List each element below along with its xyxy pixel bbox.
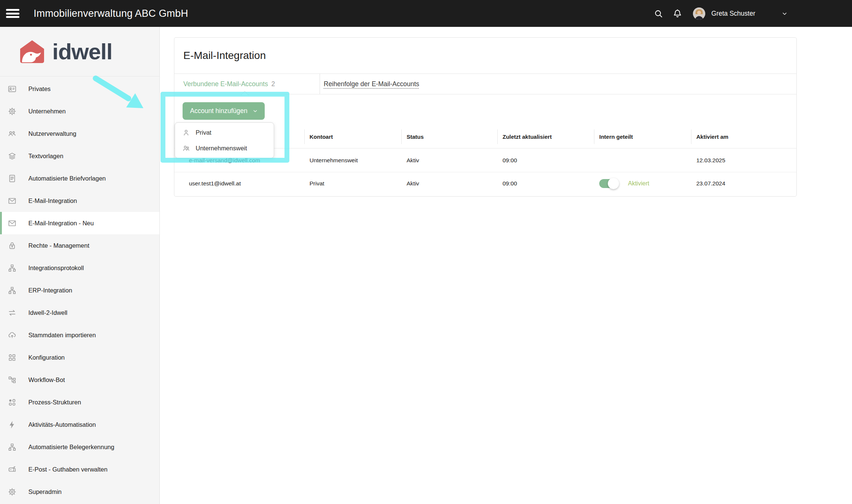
layers-icon — [7, 151, 17, 161]
sitemap-icon — [7, 286, 17, 295]
sidebar-item-textvorlagen[interactable]: Textvorlagen — [0, 145, 159, 167]
chevron-down-icon — [252, 108, 258, 114]
logo: idwell — [0, 27, 159, 76]
people-icon — [182, 144, 190, 153]
sidebar-nav: Privates Unternehmen Nutzerverwaltung Te… — [0, 76, 159, 503]
logo-wordmark: idwell — [52, 39, 112, 65]
app-window: Immobilienverwaltung ABC GmbH Greta Schu… — [0, 0, 852, 504]
user-name[interactable]: Greta Schuster — [711, 10, 755, 18]
cloud-upload-icon — [7, 331, 17, 340]
cell-kontoart: Privat — [304, 180, 401, 187]
tab-reihenfolge-email-accounts[interactable]: Reihenfolge der E-Mail-Accounts — [320, 74, 419, 94]
sidebar-item-aktivitaets-automatisation[interactable]: Aktivitäts-Automatisation — [0, 413, 159, 436]
sitemap-icon — [7, 442, 17, 452]
cell-aktiviert-am: 12.03.2025 — [691, 157, 796, 164]
notifications-bell-icon[interactable] — [672, 9, 682, 19]
toggle-knob — [608, 178, 619, 189]
email-integration-panel: E-Mail-Integration Verbundene E-Mail-Acc… — [174, 37, 797, 197]
swap-arrows-icon — [7, 308, 17, 317]
sidebar: idwell Privates Unternehmen Nutzerverwal… — [0, 27, 160, 504]
mailbox-icon — [7, 465, 17, 474]
cell-zuletzt-aktualisiert: 09:00 — [497, 157, 594, 164]
sidebar-item-privates[interactable]: Privates — [0, 78, 159, 100]
sidebar-item-konfiguration[interactable]: Konfiguration — [0, 346, 159, 369]
menu-item-unternehmensweit[interactable]: Unternehmensweit — [175, 140, 274, 156]
gear-icon — [7, 487, 17, 497]
user-menu-chevron-down-icon[interactable] — [781, 10, 788, 17]
lock-icon — [7, 241, 17, 250]
cell-kontoart: Unternehmensweit — [304, 157, 401, 164]
tab-count-badge: 2 — [271, 80, 275, 88]
person-icon — [182, 128, 190, 137]
cell-email: user.test1@idwell.at — [174, 180, 304, 187]
id-card-icon — [7, 84, 17, 94]
sidebar-item-prozess-strukturen[interactable]: Prozess-Strukturen — [0, 391, 159, 413]
sidebar-item-workflow-bot[interactable]: Workflow-Bot — [0, 369, 159, 391]
table-row[interactable]: user.test1@idwell.at Privat Aktiv 09:00 … — [174, 172, 796, 195]
column-header-kontoart: Kontoart — [304, 125, 401, 148]
add-account-dropdown-menu: Privat Unternehmensweit — [175, 122, 274, 158]
add-account-button[interactable]: Account hinzufügen — [183, 102, 265, 120]
column-header-aktiviert-am: Aktiviert am — [691, 125, 796, 148]
gear-icon — [7, 107, 17, 116]
sitemap-icon — [7, 263, 17, 273]
sidebar-item-email-integration[interactable]: E-Mail-Integration — [0, 190, 159, 212]
tab-verbundene-email-accounts[interactable]: Verbundene E-Mail-Accounts 2 — [174, 74, 320, 94]
process-circles-icon — [7, 398, 17, 407]
lightning-icon — [7, 420, 17, 429]
column-header-intern-geteilt: Intern geteilt — [594, 125, 691, 148]
sidebar-item-stammdaten-importieren[interactable]: Stammdaten importieren — [0, 324, 159, 346]
hamburger-menu-icon[interactable] — [6, 7, 19, 20]
cell-aktiviert-am: 23.07.2024 — [691, 180, 796, 187]
sidebar-item-automatisierte-belegerkennung[interactable]: Automatisierte Belegerkennung — [0, 436, 159, 458]
cell-zuletzt-aktualisiert: 09:00 — [497, 180, 594, 187]
avatar[interactable] — [693, 7, 705, 20]
cell-status: Aktiv — [401, 180, 497, 187]
document-icon — [7, 174, 17, 183]
sidebar-item-rechte-management[interactable]: Rechte - Management — [0, 234, 159, 257]
cell-intern-geteilt: Aktiviert — [594, 179, 691, 188]
search-icon[interactable] — [653, 9, 663, 19]
sidebar-item-integrationsprotokoll[interactable]: Integrationsprotokoll — [0, 257, 159, 279]
sidebar-item-unternehmen[interactable]: Unternehmen — [0, 100, 159, 122]
envelope-icon — [7, 196, 17, 206]
sidebar-item-email-integration-neu[interactable]: E-Mail-Integration - Neu — [0, 212, 159, 234]
column-header-status: Status — [401, 125, 497, 148]
idwell-logo-icon — [19, 39, 46, 64]
tab-bar: Verbundene E-Mail-Accounts 2 Reihenfolge… — [174, 74, 796, 94]
users-icon — [7, 129, 17, 138]
sidebar-item-superadmin[interactable]: Superadmin — [0, 480, 159, 503]
grid-icon — [7, 353, 17, 362]
cell-status: Aktiv — [401, 157, 497, 164]
workflow-icon — [7, 375, 17, 385]
sidebar-item-idwell-2-idwell[interactable]: Idwell-2-Idwell — [0, 301, 159, 324]
sidebar-item-epost-guthaben[interactable]: E-Post - Guthaben verwalten — [0, 458, 159, 480]
menu-item-privat[interactable]: Privat — [175, 125, 274, 140]
topbar-actions: Greta Schuster — [653, 7, 852, 20]
sidebar-item-erp-integration[interactable]: ERP-Integration — [0, 279, 159, 301]
sidebar-item-automatisierte-briefvorlagen[interactable]: Automatisierte Briefvorlagen — [0, 167, 159, 190]
toggle-state-label: Aktiviert — [628, 180, 649, 187]
envelope-icon — [7, 219, 17, 228]
intern-geteilt-toggle[interactable] — [599, 179, 616, 188]
tab-content: Account hinzufügen Privat Unternehmenswe… — [174, 94, 796, 197]
page-title: E-Mail-Integration — [174, 38, 796, 74]
app-title: Immobilienverwaltung ABC GmbH — [34, 8, 188, 19]
sidebar-item-nutzerverwaltung[interactable]: Nutzerverwaltung — [0, 122, 159, 145]
top-bar: Immobilienverwaltung ABC GmbH Greta Schu… — [0, 0, 852, 27]
column-header-zuletzt-aktualisiert: Zuletzt aktualisiert — [497, 125, 594, 148]
